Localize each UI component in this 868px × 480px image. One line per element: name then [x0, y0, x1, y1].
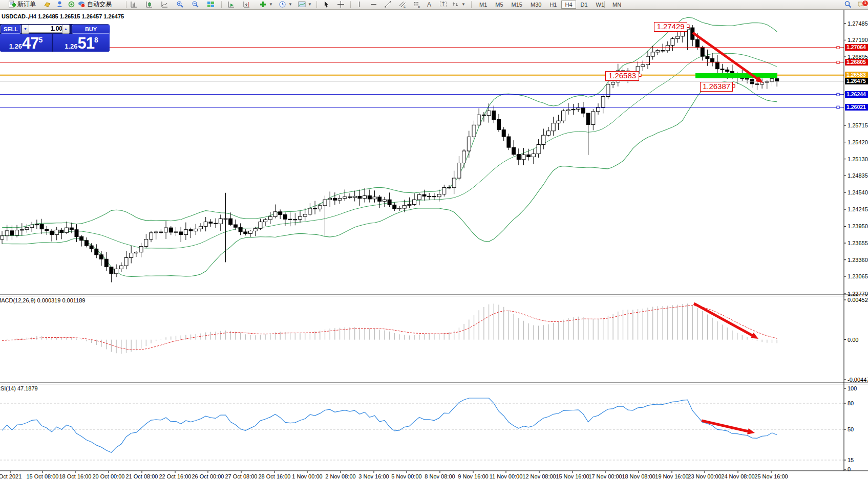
timeframe-d1[interactable]: D1	[577, 1, 591, 9]
timeframe-h4[interactable]: H4	[561, 1, 576, 9]
price-chart[interactable]: 1.274851.271901.268951.263051.257151.254…	[0, 0, 868, 480]
price-badge: 1.26805	[845, 59, 868, 66]
high-price-callout[interactable]: 1.27429	[654, 22, 687, 32]
timeframe-m15[interactable]: M15	[508, 1, 526, 9]
axis-tick-label: 3 Nov 16:00	[358, 473, 389, 479]
arrows-icon	[452, 1, 459, 8]
label-tool-button[interactable]: T	[438, 0, 448, 9]
hline-tool-button[interactable]	[369, 0, 378, 9]
axis-tick-label: 1.27190	[848, 37, 868, 43]
axis-tick-label: 1.23950	[848, 223, 868, 229]
clock-icon	[279, 1, 286, 8]
tile-windows-button[interactable]	[206, 0, 216, 9]
sell-price[interactable]: 1.26 47 5	[0, 34, 52, 52]
sell-price-pip: 5	[39, 36, 43, 44]
timeframe-bar: M1M5M15M30H1H4D1W1MN	[475, 0, 625, 9]
channel-tool-button[interactable]: E	[397, 0, 407, 9]
search-icon	[844, 1, 852, 8]
zoom-in-button[interactable]	[175, 0, 185, 9]
level-price-callout[interactable]: 1.26583	[605, 71, 639, 81]
line-chart-button[interactable]	[160, 0, 170, 9]
low-price-callout[interactable]: 1.26387	[700, 82, 733, 92]
axis-tick-label: 17 Nov 00:00	[588, 473, 622, 479]
axis-tick-label: 1.23360	[848, 257, 868, 263]
timeframe-w1[interactable]: W1	[592, 1, 608, 9]
timeframe-m30[interactable]: M30	[527, 1, 545, 9]
axis-tick-label: 1.24245	[848, 206, 868, 212]
line-chart-icon	[161, 1, 168, 8]
axis-tick-label: 80	[848, 400, 854, 406]
crosshair-icon	[337, 1, 345, 8]
candlestick-chart-button[interactable]	[144, 0, 154, 9]
axis-tick-label: 12 Nov 08:00	[522, 473, 556, 479]
text-label-icon: T	[439, 1, 447, 8]
bar-chart-button[interactable]	[129, 0, 139, 9]
axis-tick-label: 1.25130	[848, 156, 868, 162]
cursor-tool-button[interactable]	[322, 0, 331, 9]
trendline-tool-button[interactable]	[383, 0, 393, 9]
price-badge: 1.26244	[845, 91, 868, 98]
new-order-label: 新订单	[17, 0, 36, 9]
chevron-down-icon: ▼	[269, 2, 273, 7]
periods-button[interactable]: ▼	[278, 0, 293, 9]
template-icon	[298, 1, 306, 8]
timeframe-m5[interactable]: M5	[492, 1, 506, 9]
new-order-button[interactable]: 新订单	[7, 0, 37, 9]
axis-tick-label: 1.27485	[848, 20, 868, 27]
autotrading-icon	[78, 1, 86, 8]
axis-tick-label: 28 Oct 16:00	[259, 473, 291, 479]
axis-tick-label: 2 Nov 08:00	[325, 473, 355, 479]
cursor-icon	[323, 1, 330, 8]
axis-tick-label: 24 Nov 08:00	[721, 473, 754, 479]
text-a-icon: A	[427, 1, 431, 8]
auto-scroll-button[interactable]	[226, 0, 236, 9]
crosshair-tool-button[interactable]	[336, 0, 346, 9]
community-button[interactable]	[55, 0, 65, 9]
volume-input[interactable]	[29, 25, 65, 33]
zoom-out-button[interactable]	[190, 0, 200, 9]
market-depth-button[interactable]	[43, 0, 52, 9]
axis-tick-label: 23 Nov 00:00	[688, 473, 721, 479]
fibonacci-tool-button[interactable]: F	[412, 0, 421, 9]
chevron-down-icon: ▼	[288, 2, 292, 7]
sell-button[interactable]: SELL	[1, 25, 21, 34]
volume-increase-button[interactable]: ▲	[62, 25, 70, 34]
svg-text:T: T	[442, 2, 445, 7]
axis-tick-label: 22 Oct 16:00	[159, 473, 192, 479]
vline-tool-button[interactable]	[354, 0, 364, 9]
add-indicator-button[interactable]: ▼	[258, 0, 274, 9]
gold-bar-icon	[44, 1, 51, 8]
autotrading-button[interactable]: 自动交易	[77, 0, 113, 9]
axis-tick-label: 9 Nov 16:00	[458, 473, 488, 479]
axis-tick-label: 25 Nov 16:00	[754, 473, 788, 479]
axis-tick-label: 15 Nov 16:00	[556, 473, 589, 479]
chart-shift-icon	[243, 1, 250, 8]
person-icon	[56, 1, 63, 8]
axis-tick-label: 11 Nov 00:00	[490, 473, 523, 479]
axis-tick-label: -0.00447	[848, 377, 868, 383]
volume-decrease-button[interactable]: ▼	[22, 25, 29, 34]
horizontal-line-icon	[370, 1, 377, 8]
timeframe-m1[interactable]: M1	[476, 1, 491, 9]
axis-tick-label: 1.25420	[848, 139, 868, 145]
vertical-line-icon	[355, 1, 363, 8]
autotrading-label: 自动交易	[87, 0, 112, 9]
axis-tick-label: 15	[848, 457, 854, 463]
axis-tick-label: 1.25715	[848, 122, 868, 128]
arrows-tool-button[interactable]: ▼	[451, 0, 467, 9]
search-button[interactable]	[843, 0, 853, 9]
toolbar-separator	[471, 1, 472, 8]
timeframe-mn[interactable]: MN	[609, 1, 625, 9]
toolbar-separator	[126, 1, 126, 8]
signals-button[interactable]	[67, 0, 76, 9]
buy-price[interactable]: 1.26 51 8	[53, 34, 110, 52]
chart-shift-button[interactable]	[242, 0, 251, 9]
buy-button[interactable]: BUY	[72, 25, 110, 34]
timeframe-h1[interactable]: H1	[546, 1, 560, 9]
new-order-icon	[8, 1, 16, 8]
templates-button[interactable]: ▼	[297, 0, 313, 9]
add-indicator-icon	[259, 1, 267, 8]
text-tool-button[interactable]: A	[426, 0, 432, 9]
tile-windows-icon	[207, 1, 215, 8]
axis-tick-label: 20 Oct 00:00	[93, 473, 125, 479]
